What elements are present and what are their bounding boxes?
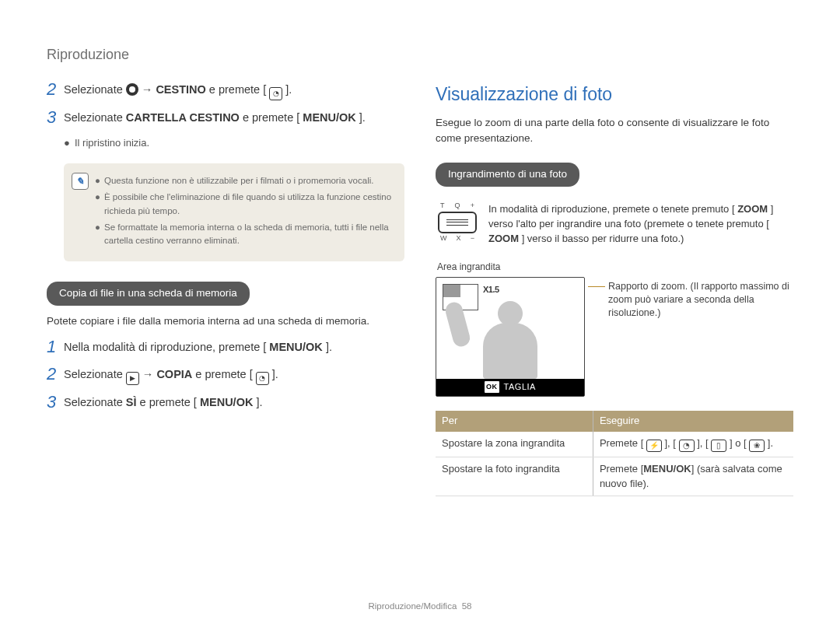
taglia-label: TAGLIA (504, 381, 536, 394)
step-body: Selezionate CARTELLA CESTINO e premete [… (64, 110, 404, 127)
zoom-lever-icon (438, 212, 477, 233)
text: Selezionate (64, 111, 126, 124)
step-number: 2 (47, 365, 64, 385)
minimap-highlight (443, 285, 460, 297)
bold-label: CESTINO (156, 83, 205, 96)
cell-howto: Premete [ ⚡ ], [ ◔ ], [ ▯ ] o [ ❀ ]. (593, 432, 793, 457)
table-row: Spostare la zona ingrandita Premete [ ⚡ … (436, 432, 793, 457)
gear-icon (126, 83, 138, 96)
play-icon: ▶ (126, 372, 139, 385)
timer-icon: ◔ (269, 87, 282, 100)
text: ]. (326, 341, 332, 353)
zoom-row: T Q + W X − In modalità di riproduzione,… (436, 202, 793, 247)
text: ]. (256, 396, 262, 408)
copy-step-1: 1 Nella modalità di riproduzione, premet… (47, 339, 404, 356)
two-column-layout: 2 Selezionate → CESTINO e premete [ ◔ ].… (47, 82, 793, 496)
copy-step-3: 3 Selezionate SÌ e premete [ MENU/OK ]. (47, 394, 404, 412)
zoom-ratio-note: Rapporto di zoom. (Il rapporto massimo d… (608, 277, 793, 320)
cell-action: Spostare la zona ingrandita (436, 432, 593, 457)
footer-label: Riproduzione/Modifica (369, 601, 457, 611)
actions-table: Per Eseguire Spostare la zona ingrandita… (436, 411, 793, 497)
step-number: 2 (47, 80, 64, 100)
label-plus: + (471, 202, 474, 210)
text: In modalità di riproduzione, premete o t… (488, 203, 735, 215)
person-silhouette (467, 301, 553, 379)
subsection-desc: Potete copiare i file dalla memoria inte… (47, 313, 404, 329)
text: Premete (600, 463, 641, 475)
step-3: 3 Selezionate CARTELLA CESTINO e premete… (47, 110, 404, 127)
zoom-lever-diagram: T Q + W X − (436, 202, 479, 247)
bold-label: SÌ (126, 396, 137, 408)
arrow: → (142, 368, 157, 380)
text: ]. (359, 111, 366, 124)
text: Selezionate (64, 83, 126, 96)
note-item: ● Questa funzione non è utilizzabile per… (95, 174, 392, 187)
text: ] o [ (730, 437, 747, 449)
cell-howto: Premete [MENU/OK] (sarà salvata come nuo… (593, 457, 793, 496)
note-text: È possibile che l'eliminazione di file q… (104, 191, 392, 218)
silhouette-body (483, 323, 537, 379)
bullet-text: Il ripristino inizia. (75, 136, 149, 151)
step-number: 1 (47, 338, 64, 356)
timer-icon: ◔ (679, 440, 695, 452)
macro-icon: ❀ (749, 440, 765, 452)
camera-bottom-strip: OK TAGLIA (436, 379, 584, 396)
zoom-instruction: In modalità di riproduzione, premete o t… (488, 202, 793, 247)
zoom-ratio-label: X1.5 (483, 284, 499, 296)
step-number: 3 (47, 393, 64, 412)
label-w: W (440, 235, 447, 243)
cell-action: Spostare la foto ingrandita (436, 457, 593, 496)
ok-badge: OK (485, 381, 499, 393)
subsection-pill: Copia di file in una scheda di memoria (47, 282, 250, 306)
step-2: 2 Selezionate → CESTINO e premete [ ◔ ]. (47, 82, 404, 100)
text: ], [ (665, 437, 676, 449)
subsection-pill: Ingrandimento di una foto (436, 163, 579, 187)
bold-label: ZOOM (737, 203, 768, 215)
bold-label: CARTELLA CESTINO (126, 111, 240, 124)
label-q: Q (455, 202, 460, 210)
area-label: Area ingrandita (437, 261, 793, 274)
page-footer: Riproduzione/Modifica 58 (0, 601, 840, 611)
table-header-row: Per Eseguire (436, 411, 793, 432)
note-item: ● Se formattate la memoria interna o la … (95, 221, 392, 248)
display-icon: ▯ (711, 440, 726, 452)
text: Nella modalità di riproduzione, premete … (64, 341, 266, 353)
text: e premete [ (140, 396, 197, 408)
copy-step-2: 2 Selezionate ▶ → COPIA e premete [ ◔ ]. (47, 366, 404, 385)
text: Selezionate (64, 396, 126, 408)
bullet-dot: ● (64, 136, 75, 151)
camera-preview-frame: X1.5 OK TAGLIA (436, 277, 585, 397)
bold-label: MENU/OK (269, 341, 322, 353)
sub-bullet: ● Il ripristino inizia. (64, 136, 404, 151)
step-body: Nella modalità di riproduzione, premete … (64, 339, 404, 356)
th-eseguire: Eseguire (593, 411, 793, 432)
connector-line (588, 286, 605, 287)
label-x: X (457, 235, 461, 243)
camera-screen-wrap: X1.5 OK TAGLIA Rapporto di zoom. (Il rap… (436, 277, 793, 397)
step-body: Selezionate → CESTINO e premete [ ◔ ]. (64, 82, 404, 100)
timer-icon: ◔ (256, 372, 269, 385)
text: ]. (285, 83, 292, 96)
text: ]. (272, 368, 278, 380)
right-desc: Esegue lo zoom di una parte della foto o… (436, 115, 793, 145)
step-number: 3 (47, 108, 64, 127)
bullet-dot: ● (95, 191, 104, 218)
flash-icon: ⚡ (646, 440, 662, 452)
text: ], [ (697, 437, 708, 449)
zoom-bottom-labels: W X − (436, 235, 479, 243)
zoom-top-labels: T Q + (436, 202, 479, 210)
note-text: Se formattate la memoria interna o la sc… (104, 221, 392, 248)
text: e premete [ (243, 111, 299, 124)
right-column: Visualizzazione di foto Esegue lo zoom d… (436, 82, 793, 496)
th-per: Per (436, 411, 593, 432)
bold-label: COPIA (156, 368, 192, 380)
silhouette-arm (443, 300, 471, 349)
footer-page: 58 (462, 601, 472, 611)
label-t: T (440, 202, 445, 210)
section-header: Riproduzione (47, 47, 793, 63)
text: e premete [ (209, 83, 266, 96)
text: Selezionate (64, 368, 126, 380)
right-title: Visualizzazione di foto (436, 82, 793, 107)
label-minus: − (471, 235, 474, 243)
bold-label: MENU/OK (303, 111, 355, 124)
